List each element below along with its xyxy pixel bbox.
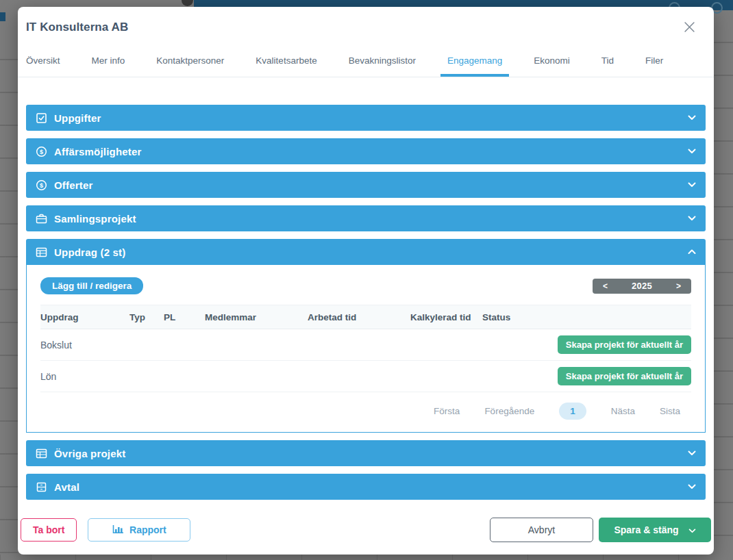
tab-oversikt[interactable]: Översikt bbox=[19, 44, 67, 77]
uppdrag-panel: Lägg till / redigera < 2025 > Uppdrag Ty… bbox=[26, 265, 706, 433]
briefcase-icon bbox=[36, 213, 47, 225]
tab-tid[interactable]: Tid bbox=[595, 44, 621, 77]
tab-engagemang[interactable]: Engagemang bbox=[440, 44, 509, 77]
checkbox-check-icon bbox=[36, 112, 47, 124]
year-next-button[interactable]: > bbox=[675, 281, 682, 291]
report-button[interactable]: Rapport bbox=[88, 518, 190, 542]
delete-button[interactable]: Ta bort bbox=[21, 518, 77, 542]
background-table-rows-left bbox=[0, 27, 18, 555]
tab-bar: Översikt Mer info Kontaktpersoner Kvalit… bbox=[18, 44, 714, 77]
chevron-down-icon bbox=[688, 216, 696, 221]
create-project-button[interactable]: Skapa projekt för aktuellt år bbox=[558, 335, 691, 354]
section-uppdrag[interactable]: Uppdrag (2 st) bbox=[26, 239, 706, 265]
pagination-last[interactable]: Sista bbox=[660, 406, 680, 416]
pagination-previous[interactable]: Föregående bbox=[484, 406, 534, 416]
section-label: Samlingsprojekt bbox=[54, 213, 136, 225]
section-uppgifter[interactable]: Uppgifter bbox=[26, 105, 706, 131]
save-close-button[interactable]: Spara & stäng bbox=[599, 518, 711, 542]
column-header-uppdrag: Uppdrag bbox=[40, 312, 129, 322]
column-header-status: Status bbox=[482, 312, 537, 322]
tab-filer[interactable]: Filer bbox=[638, 44, 670, 77]
section-label: Avtal bbox=[54, 481, 79, 493]
modal-body: Uppgifter $ Affärsmöjligheter $ Offerter bbox=[18, 77, 714, 505]
uppdrag-name: Lön bbox=[40, 371, 129, 382]
section-samlingsprojekt[interactable]: Samlingsprojekt bbox=[26, 205, 706, 231]
table-row[interactable]: Lön Skapa projekt för aktuellt år bbox=[40, 361, 691, 392]
tab-kontaktpersoner[interactable]: Kontaktpersoner bbox=[149, 44, 231, 77]
pagination-current-page[interactable]: 1 bbox=[559, 403, 586, 420]
chevron-up-icon bbox=[688, 249, 696, 255]
archive-icon bbox=[36, 481, 47, 493]
uppdrag-toolbar: Lägg till / redigera < 2025 > bbox=[40, 277, 691, 294]
background-nav-chip bbox=[0, 12, 5, 21]
uppdrag-table-header: Uppdrag Typ PL Medlemmar Arbetad tid Kal… bbox=[40, 305, 691, 329]
section-label: Uppgifter bbox=[54, 112, 101, 124]
background-table-columns-bottom bbox=[0, 555, 733, 560]
svg-text:$: $ bbox=[40, 148, 43, 155]
section-affarsmojligheter[interactable]: $ Affärsmöjligheter bbox=[26, 138, 706, 164]
table-icon bbox=[36, 246, 47, 258]
chevron-down-icon bbox=[688, 149, 696, 154]
column-header-kalkylerad-tid: Kalkylerad tid bbox=[410, 312, 482, 322]
add-edit-button[interactable]: Lägg till / redigera bbox=[40, 277, 143, 294]
close-button[interactable] bbox=[682, 19, 697, 35]
modal-header: IT Konsulterna AB bbox=[18, 7, 714, 44]
section-label: Övriga projekt bbox=[54, 448, 126, 459]
year-prev-button[interactable]: < bbox=[601, 281, 609, 291]
tab-kvalitetsarbete[interactable]: Kvalitetsarbete bbox=[249, 44, 323, 77]
dollar-circle-icon: $ bbox=[36, 146, 47, 157]
page-title: IT Konsulterna AB bbox=[26, 21, 128, 34]
column-header-typ: Typ bbox=[129, 312, 164, 322]
uppdrag-name: Bokslut bbox=[40, 340, 129, 351]
section-label: Uppdrag (2 st) bbox=[54, 246, 125, 258]
section-uppdrag-expanded: Uppdrag (2 st) Lägg till / redigera < 20… bbox=[26, 239, 706, 433]
chevron-down-icon bbox=[688, 524, 696, 535]
cancel-button[interactable]: Avbryt bbox=[490, 518, 593, 542]
pagination: Första Föregående 1 Nästa Sista bbox=[40, 403, 680, 420]
table-icon bbox=[36, 448, 47, 459]
report-button-label: Rapport bbox=[129, 524, 166, 535]
chevron-down-icon bbox=[688, 182, 696, 188]
tab-ekonomi[interactable]: Ekonomi bbox=[527, 44, 577, 77]
create-project-button[interactable]: Skapa projekt för aktuellt år bbox=[558, 367, 691, 385]
section-avtal[interactable]: Avtal bbox=[26, 474, 706, 500]
year-navigator: < 2025 > bbox=[593, 279, 691, 294]
save-close-label: Spara & stäng bbox=[614, 524, 678, 535]
section-offerter[interactable]: $ Offerter bbox=[26, 172, 706, 198]
screen: IT Konsulterna AB Översikt Mer info Kont… bbox=[0, 0, 733, 560]
modal-footer: Ta bort Rapport Avbryt Spara & stäng bbox=[18, 505, 714, 555]
tab-mer-info[interactable]: Mer info bbox=[85, 44, 132, 77]
background-avatar bbox=[182, 0, 193, 6]
pagination-next[interactable]: Nästa bbox=[611, 406, 635, 416]
company-modal: IT Konsulterna AB Översikt Mer info Kont… bbox=[18, 7, 714, 555]
dollar-circle-icon: $ bbox=[36, 179, 47, 191]
close-icon bbox=[684, 24, 695, 34]
year-value: 2025 bbox=[632, 281, 652, 291]
section-label: Affärsmöjligheter bbox=[54, 146, 142, 157]
column-header-pl: PL bbox=[164, 312, 205, 322]
background-table-rows-right bbox=[714, 10, 733, 555]
column-header-arbetad-tid: Arbetad tid bbox=[308, 312, 410, 322]
column-header-medlemmar: Medlemmar bbox=[205, 312, 308, 322]
chevron-down-icon bbox=[688, 484, 696, 489]
bar-chart-icon bbox=[112, 524, 124, 536]
section-label: Offerter bbox=[54, 179, 93, 191]
section-ovriga-projekt[interactable]: Övriga projekt bbox=[26, 440, 706, 466]
pagination-first[interactable]: Första bbox=[434, 406, 460, 416]
chevron-down-icon bbox=[688, 450, 696, 456]
chevron-down-icon bbox=[688, 115, 696, 120]
svg-text:$: $ bbox=[40, 181, 43, 188]
tab-bevakningslistor[interactable]: Bevakningslistor bbox=[342, 44, 423, 77]
table-row[interactable]: Bokslut Skapa projekt för aktuellt år bbox=[40, 329, 691, 361]
